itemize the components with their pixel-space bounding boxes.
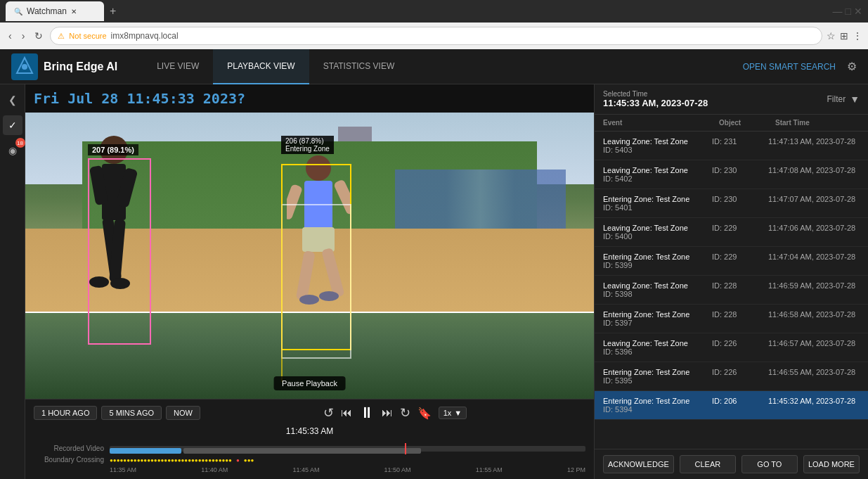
go-to-button[interactable]: GO TO <box>741 455 798 473</box>
acknowledge-button[interactable]: ACKNOWLEDGE <box>603 455 674 473</box>
event-name-5401: Entering Zone: Test Zone ID: 5401 <box>603 195 712 212</box>
event-object-5394: ID: 206 <box>712 397 768 414</box>
now-button[interactable]: NOW <box>166 406 200 420</box>
boundary-dots-2: ●●● <box>244 457 254 464</box>
browser-chrome: 🔍 Watchman ✕ + — □ ✕ ‹ › ↻ ⚠ Not secure … <box>0 0 868 49</box>
header-right: OPEN SMART SEARCH ⚙ <box>743 60 857 73</box>
right-panel: Selected Time 11:45:33 AM, 2023-07-28 Fi… <box>594 84 868 479</box>
event-name-5397: Entering Zone: Test Zone ID: 5397 <box>603 310 712 327</box>
play-pause-button[interactable]: ⏸ <box>359 404 375 422</box>
recorded-video-row: Recorded Video <box>34 445 585 452</box>
reload-button[interactable]: ↻ <box>32 29 46 43</box>
event-item-5398[interactable]: Leaving Zone: Test Zone ID: 5398 ID: 228… <box>595 276 868 305</box>
event-item-5395[interactable]: Entering Zone: Test Zone ID: 5395 ID: 22… <box>595 362 868 391</box>
video-scene: 207 (89.1%) 206 (87.8%) Entering Zone <box>25 113 594 399</box>
event-object-5395: ID: 226 <box>712 368 768 385</box>
detection-box-left: 207 (89.1%) <box>88 158 151 345</box>
event-list-header: Event Object Start Time <box>595 115 868 132</box>
minimize-button[interactable]: — <box>833 6 843 17</box>
event-time-5397: 11:46:58 AM, 2023-07-28 <box>768 310 860 327</box>
event-object-5399: ID: 229 <box>712 253 768 269</box>
security-label: Not secure <box>69 32 106 40</box>
step-back-button[interactable]: ⏮ <box>341 407 352 419</box>
event-time-5400: 11:47:06 AM, 2023-07-28 <box>768 224 860 241</box>
back-button[interactable]: ‹ <box>6 29 15 43</box>
load-more-button[interactable]: LOAD MORE <box>803 455 860 473</box>
tab-bar: 🔍 Watchman ✕ + — □ ✕ <box>0 0 868 23</box>
event-item-5402[interactable]: Leaving Zone: Test Zone ID: 5402 ID: 230… <box>595 160 868 189</box>
tab-close-btn[interactable]: ✕ <box>71 8 77 15</box>
url-display: imx8mpnavq.local <box>111 31 179 41</box>
event-item-5401[interactable]: Entering Zone: Test Zone ID: 5401 ID: 23… <box>595 189 868 218</box>
sidebar-check-button[interactable]: ✓ <box>3 115 22 135</box>
bookmark-button[interactable]: 🔖 <box>417 407 432 420</box>
event-item-5403[interactable]: Leaving Zone: Test Zone ID: 5403 ID: 231… <box>595 132 868 160</box>
speed-selector[interactable]: 1x ▼ <box>439 407 467 419</box>
event-item-5399[interactable]: Entering Zone: Test Zone ID: 5399 ID: 22… <box>595 247 868 276</box>
boundary-dots: ●●●●●●●●●●●●●●●●●●●●●●●●●●●●●●●●●●●● <box>110 457 232 464</box>
tab-title: Watchman <box>27 6 67 16</box>
event-object-5397: ID: 228 <box>712 310 768 327</box>
controls-center: ↺ ⏮ ⏸ ⏭ ↻ 🔖 1x ▼ <box>205 404 585 422</box>
app-container: Brinq Edge AI LIVE VIEW PLAYBACK VIEW ST… <box>0 49 868 479</box>
event-name-5395: Entering Zone: Test Zone ID: 5395 <box>603 368 712 385</box>
new-tab-button[interactable]: + <box>107 2 119 20</box>
filter-dropdown-icon[interactable]: ▼ <box>850 94 860 105</box>
speed-label: 1x <box>443 409 452 417</box>
filter-button[interactable]: Filter <box>827 94 846 104</box>
recorded-video-bar[interactable] <box>110 446 585 452</box>
event-time-5401: 11:47:07 AM, 2023-07-28 <box>768 195 860 212</box>
event-name-5399: Entering Zone: Test Zone ID: 5399 <box>603 253 712 269</box>
close-window-button[interactable]: ✕ <box>854 6 862 17</box>
video-header: Fri Jul 28 11:45:33 2023? <box>25 84 594 113</box>
zone-line-vertical <box>281 164 283 382</box>
arcturus-logo-svg <box>13 55 37 79</box>
time-label-4: 11:50 AM <box>384 466 411 473</box>
event-item-5396[interactable]: Leaving Zone: Test Zone ID: 5396 ID: 226… <box>595 333 868 362</box>
boundary-crossing-bar[interactable]: ●●●●●●●●●●●●●●●●●●●●●●●●●●●●●●●●●●●● ● ●… <box>110 455 585 464</box>
svg-point-2 <box>22 64 27 70</box>
tab-playback-view[interactable]: PLAYBACK VIEW <box>213 49 309 84</box>
boundary-crossing-label: Boundary Crossing <box>34 456 104 464</box>
sidebar-collapse-button[interactable]: ❮ <box>3 90 22 110</box>
boundary-dots-container: ●●●●●●●●●●●●●●●●●●●●●●●●●●●●●●●●●●●● ● ●… <box>110 455 585 464</box>
step-forward-button[interactable]: ⏭ <box>382 407 393 419</box>
address-bar[interactable]: ⚠ Not secure imx8mpnavq.local <box>50 27 822 45</box>
settings-icon[interactable]: ⚙ <box>847 60 857 73</box>
forward-button[interactable]: › <box>19 29 28 43</box>
time-label-6: 12 PM <box>567 466 585 473</box>
fast-forward-button[interactable]: ↻ <box>400 405 410 421</box>
extensions-button[interactable]: ⊞ <box>840 30 848 41</box>
timeline-area: Recorded Video Boundary Crossing ●●●●●●●… <box>25 442 594 479</box>
bookmark-star-button[interactable]: ☆ <box>827 30 836 41</box>
filter-area: Filter ▼ <box>827 94 860 105</box>
detection-box-right-inner <box>281 204 351 359</box>
tab-live-view[interactable]: LIVE VIEW <box>143 49 213 84</box>
event-name-5400: Leaving Zone: Test Zone ID: 5400 <box>603 224 712 241</box>
clear-button[interactable]: CLEAR <box>680 455 736 473</box>
notification-badge: 18 <box>15 138 25 148</box>
address-bar-row: ‹ › ↻ ⚠ Not secure imx8mpnavq.local ☆ ⊞ … <box>0 23 868 49</box>
maximize-button[interactable]: □ <box>846 6 851 17</box>
event-list: Leaving Zone: Test Zone ID: 5403 ID: 231… <box>595 132 868 449</box>
active-tab[interactable]: 🔍 Watchman ✕ <box>6 1 104 21</box>
event-time-5396: 11:46:57 AM, 2023-07-28 <box>768 339 860 356</box>
selected-time-container: Selected Time 11:45:33 AM, 2023-07-28 <box>603 90 708 108</box>
main-content: ❮ ✓ ◉ 18 Fri Jul 28 11:45:33 2023? <box>0 84 868 479</box>
selected-time-value: 11:45:33 AM, 2023-07-28 <box>603 98 708 108</box>
logo-icon <box>11 53 38 80</box>
event-item-5397[interactable]: Entering Zone: Test Zone ID: 5397 ID: 22… <box>595 305 868 333</box>
col-object-header: Object <box>719 119 775 127</box>
open-smart-search-button[interactable]: OPEN SMART SEARCH <box>743 62 836 72</box>
event-item-5400[interactable]: Leaving Zone: Test Zone ID: 5400 ID: 229… <box>595 218 868 247</box>
browser-menu-button[interactable]: ⋮ <box>853 30 862 41</box>
event-name-5396: Leaving Zone: Test Zone ID: 5396 <box>603 339 712 356</box>
event-object-5401: ID: 230 <box>712 195 768 212</box>
time-label-1: 11:35 AM <box>110 466 136 473</box>
sidebar-camera-button[interactable]: ◉ 18 <box>3 141 22 160</box>
five-mins-ago-button[interactable]: 5 MINS AGO <box>101 406 162 420</box>
one-hour-ago-button[interactable]: 1 HOUR AGO <box>34 406 97 420</box>
rewind-button[interactable]: ↺ <box>323 405 334 421</box>
tab-statistics-view[interactable]: STATISTICS VIEW <box>309 49 409 84</box>
event-item-5394[interactable]: Entering Zone: Test Zone ID: 5394 ID: 20… <box>595 391 868 420</box>
